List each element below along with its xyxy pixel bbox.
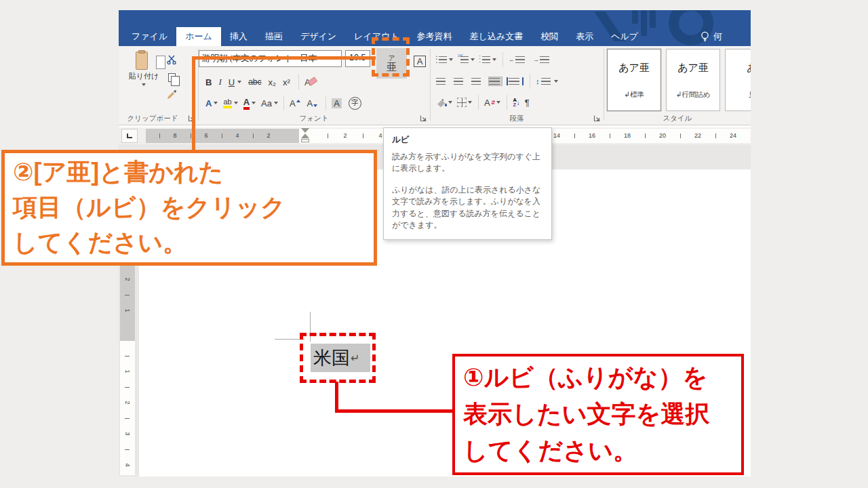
distribute-button[interactable] bbox=[507, 77, 524, 85]
step2-connector-vertical bbox=[192, 58, 195, 150]
font-color-dropdown-icon[interactable] bbox=[252, 102, 256, 104]
text-effects-button[interactable]: A bbox=[205, 98, 212, 108]
numbered-list-button[interactable] bbox=[458, 56, 475, 64]
screenshot-background: ファイル ホーム 挿入 描画 デザイン レイアウト 参考資料 差し込み文書 校閲 bbox=[0, 0, 868, 488]
paragraph-dialog-launcher[interactable] bbox=[593, 115, 601, 122]
clear-formatting-button[interactable]: A bbox=[304, 77, 311, 87]
style-sample-text: あア亜 bbox=[608, 62, 660, 75]
ruler-number: 2 bbox=[120, 264, 135, 295]
distribute-icon bbox=[509, 77, 519, 85]
styles-group: あア亜 ↲標準 あア亜 ↲行間詰め あ 見 スタ bbox=[604, 46, 751, 125]
multilevel-list-button[interactable] bbox=[479, 56, 496, 64]
ruler-number: 1 bbox=[120, 295, 135, 326]
strikethrough-button[interactable]: abc bbox=[248, 77, 261, 87]
bullet-list-icon bbox=[436, 56, 447, 64]
annotation-line: ①ルビ（ふりがな）を bbox=[463, 359, 733, 396]
style-card[interactable]: あ 見 bbox=[725, 49, 751, 111]
ruler-number: 2 bbox=[328, 129, 363, 143]
align-center-button[interactable] bbox=[454, 77, 467, 85]
highlight-color-button[interactable]: ab bbox=[223, 98, 231, 108]
paste-button[interactable]: 貼り付け bbox=[127, 49, 161, 112]
ruler-number: 2 bbox=[120, 387, 135, 418]
shading-button[interactable] bbox=[436, 98, 452, 108]
shrink-font-button[interactable]: A bbox=[307, 98, 318, 108]
change-case-dropdown-icon[interactable] bbox=[274, 102, 278, 104]
show-formatting-marks-button[interactable]: ¶ bbox=[525, 98, 530, 108]
ribbon-tab[interactable]: 差し込み文書 bbox=[461, 27, 532, 46]
indent-lines-icon bbox=[540, 56, 551, 64]
step1-connector-horizontal bbox=[335, 409, 454, 413]
annotation-line: ②[ア亜]と書かれた bbox=[13, 155, 366, 190]
ribbon-tab[interactable]: 表示 bbox=[567, 27, 602, 46]
borders-button[interactable] bbox=[457, 98, 472, 107]
ribbon-tab[interactable]: 挿入 bbox=[221, 27, 256, 46]
annotation-line: してください。 bbox=[13, 225, 366, 260]
ribbon-tab[interactable]: 描画 bbox=[256, 27, 292, 46]
line-spacing-button[interactable]: ↕ bbox=[536, 77, 558, 85]
decrease-indent-button[interactable]: ← bbox=[509, 56, 528, 64]
bold-button[interactable]: B bbox=[205, 77, 212, 87]
superscript-button[interactable]: x² bbox=[283, 77, 290, 87]
align-left-button[interactable] bbox=[436, 77, 449, 85]
change-case-button[interactable]: Aa bbox=[261, 98, 272, 108]
sort-button[interactable]: AZ ↓ bbox=[513, 98, 519, 107]
font-color-button[interactable]: A bbox=[243, 97, 250, 110]
paste-icon bbox=[136, 51, 152, 71]
ruler-number: 2 bbox=[253, 129, 284, 143]
ruler-number: 4 bbox=[222, 129, 253, 143]
format-painter-icon bbox=[166, 89, 177, 100]
format-painter-button[interactable] bbox=[163, 87, 180, 103]
style-card[interactable]: あア亜 ↲標準 bbox=[607, 49, 661, 111]
increase-indent-button[interactable]: → bbox=[533, 56, 553, 64]
left-indent-marker[interactable] bbox=[301, 139, 309, 142]
asian-layout-icon: A bbox=[484, 98, 490, 108]
subscript-button[interactable]: x₂ bbox=[268, 77, 276, 87]
tab-stop-selector[interactable] bbox=[121, 129, 138, 143]
ribbon-tab[interactable]: ヘルプ bbox=[602, 27, 647, 46]
bullet-list-button[interactable] bbox=[436, 56, 453, 64]
left-arrow-icon: ← bbox=[509, 56, 515, 63]
tell-me-search[interactable]: 何 bbox=[701, 27, 722, 46]
paragraph-group-label: 段落 bbox=[431, 114, 603, 123]
align-left-icon bbox=[436, 77, 447, 85]
ribbon-tab[interactable]: デザイン bbox=[292, 27, 345, 46]
character-border-button[interactable]: A bbox=[412, 52, 428, 70]
asian-layout-button[interactable]: A⇵ bbox=[484, 98, 500, 108]
step2-connector-horizontal bbox=[192, 56, 376, 60]
ruler-number: 24 bbox=[715, 129, 751, 143]
chevron-down-icon bbox=[142, 83, 146, 86]
step2-annotation-box: ②[ア亜]と書かれた項目（ルビ）をクリックしてください。 bbox=[1, 150, 377, 266]
scissors-icon bbox=[166, 54, 177, 65]
style-card[interactable]: あア亜 ↲行間詰め bbox=[666, 49, 720, 111]
borders-grid-icon bbox=[457, 98, 467, 107]
style-name: ↲標準 bbox=[608, 90, 660, 100]
grow-font-button[interactable]: A bbox=[290, 98, 300, 108]
enclose-characters-button[interactable]: 字 bbox=[349, 97, 361, 110]
justify-button[interactable] bbox=[489, 77, 502, 85]
character-shading-button[interactable]: A bbox=[332, 98, 342, 108]
ruler-number: 20 bbox=[645, 129, 680, 143]
hanging-indent-marker[interactable] bbox=[301, 134, 309, 138]
ribbon-tab[interactable]: ファイル bbox=[123, 27, 176, 46]
step1-highlight-selected-text bbox=[300, 333, 376, 383]
text-effects-dropdown-icon[interactable] bbox=[214, 102, 218, 104]
italic-button[interactable]: I bbox=[218, 77, 221, 87]
tooltip-title: ルビ bbox=[392, 134, 543, 146]
first-line-indent-marker[interactable] bbox=[301, 128, 309, 133]
align-right-button[interactable] bbox=[471, 77, 484, 85]
step1-connector-vertical bbox=[335, 382, 338, 412]
ruler-number: 4 bbox=[120, 449, 135, 475]
cut-button[interactable] bbox=[163, 52, 180, 68]
ribbon-tab[interactable]: ホーム bbox=[176, 27, 221, 46]
font-dialog-launcher[interactable] bbox=[420, 115, 427, 122]
ribbon-tab-bar: ファイル ホーム 挿入 描画 デザイン レイアウト 参考資料 差し込み文書 校閲 bbox=[119, 10, 751, 46]
highlight-dropdown-icon[interactable] bbox=[234, 102, 238, 104]
ribbon-tab[interactable]: 参考資料 bbox=[408, 27, 461, 46]
underline-button[interactable]: U bbox=[229, 77, 235, 87]
spacing-lines-icon bbox=[541, 77, 552, 85]
copy-button[interactable] bbox=[163, 69, 180, 85]
ruler-number: 16 bbox=[574, 129, 610, 143]
ruler-number: 22 bbox=[680, 129, 715, 143]
underline-dropdown-icon[interactable] bbox=[237, 81, 241, 83]
ribbon-tab[interactable]: 校閲 bbox=[532, 27, 567, 46]
